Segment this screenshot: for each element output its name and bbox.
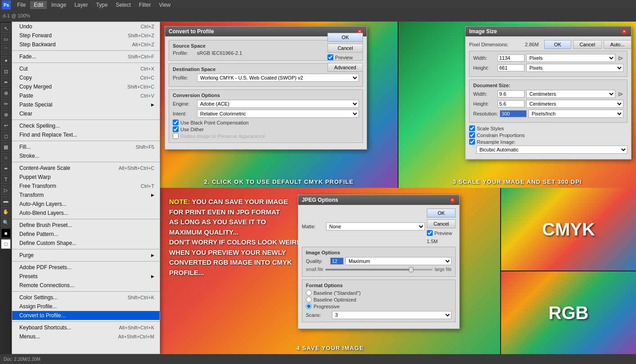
tool-healing[interactable]: ⊕ <box>1 88 11 98</box>
menu-transform[interactable]: Transform ▶ <box>12 191 160 200</box>
preview-check[interactable] <box>327 54 333 60</box>
tool-shape[interactable]: ▬ <box>1 196 11 206</box>
menu-step-backward[interactable]: Step Backward Alt+Ctrl+Z <box>12 40 160 49</box>
menu-layer[interactable]: Layer <box>71 1 91 9</box>
tool-dodge[interactable]: ○ <box>1 153 11 163</box>
menu-define-custom-shape[interactable]: Define Custom Shape... <box>12 239 160 248</box>
jpeg-ok-button[interactable]: OK <box>427 209 456 218</box>
menu-auto-align[interactable]: Auto-Align Layers... <box>12 200 160 209</box>
intent-select[interactable]: Relative Colorimetric <box>197 110 359 118</box>
menu-undo[interactable]: Undo Ctrl+Z <box>12 22 160 31</box>
convert-cancel-button[interactable]: Cancel <box>327 44 363 53</box>
menu-define-pattern[interactable]: Define Pattern... <box>12 230 160 239</box>
black-point-check[interactable] <box>173 120 179 125</box>
tool-eyedropper[interactable]: ✒ <box>1 77 11 87</box>
baseline-standard-radio[interactable] <box>306 290 312 296</box>
tool-type[interactable]: T <box>1 174 11 184</box>
engine-select[interactable]: Adobe (ACE) <box>197 100 359 108</box>
tool-marquee[interactable]: ▭ <box>1 34 11 44</box>
menu-copy[interactable]: Copy Ctrl+C <box>12 73 160 82</box>
quality-name-select[interactable]: Maximum <box>345 257 452 265</box>
width-input[interactable] <box>497 54 524 62</box>
resolution-unit[interactable]: Pixels/Inch <box>529 110 623 118</box>
resolution-input[interactable] <box>500 110 527 117</box>
menu-purge[interactable]: Purge ▶ <box>12 251 160 260</box>
doc-height-input[interactable] <box>497 100 524 107</box>
tool-lasso[interactable]: ⌒ <box>1 45 11 55</box>
scale-styles-check[interactable] <box>469 125 475 131</box>
menu-step-forward[interactable]: Step Forward Shift+Ctrl+Z <box>12 31 160 40</box>
resample-type-select[interactable]: Bicubic Automatic <box>476 146 627 154</box>
doc-width-unit[interactable]: Centimeters <box>526 90 615 98</box>
jpeg-close[interactable]: ✕ <box>449 197 456 203</box>
advanced-button[interactable]: Advanced <box>327 63 363 72</box>
menu-convert-to-profile[interactable]: Convert to Profile... <box>12 311 160 320</box>
matte-select[interactable]: None <box>326 222 425 231</box>
tool-gradient[interactable]: ▦ <box>1 142 11 152</box>
dest-profile-select[interactable]: Working CMYK - U.S. Web Coated (SWOP) v2 <box>197 74 359 82</box>
menu-type[interactable]: Type <box>92 1 111 9</box>
scans-select[interactable]: 3 <box>332 311 452 319</box>
width-unit-select[interactable]: Pixels <box>526 54 615 62</box>
menu-image[interactable]: Image <box>48 1 70 9</box>
dither-check[interactable] <box>173 126 179 132</box>
menu-content-aware-scale[interactable]: Content-Aware Scale Alt+Shift+Ctrl+C <box>12 164 160 173</box>
imgsize-close[interactable]: ✕ <box>621 28 627 35</box>
menu-copy-merged[interactable]: Copy Merged Shift+Ctrl+C <box>12 82 160 91</box>
tool-pen[interactable]: ✒ <box>1 164 11 173</box>
menu-keyboard-shortcuts[interactable]: Keyboard Shortcuts... Alt+Shift+Ctrl+K <box>12 323 160 332</box>
menu-presets[interactable]: Presets ▶ <box>12 272 160 281</box>
menu-paste-special[interactable]: Paste Special ▶ <box>12 100 160 109</box>
tool-brush[interactable]: ✏ <box>1 99 11 109</box>
menu-free-transform[interactable]: Free Transform Ctrl+T <box>12 182 160 191</box>
quality-input[interactable] <box>330 257 344 265</box>
jpeg-preview-check[interactable] <box>427 230 433 236</box>
menu-filter[interactable]: Filter <box>135 1 155 9</box>
resample-check[interactable] <box>469 139 475 145</box>
imgsize-auto-button[interactable]: Auto... <box>604 40 632 49</box>
menu-color-settings[interactable]: Color Settings... Shift+Ctrl+K <box>12 293 160 302</box>
height-unit-select[interactable]: Pixels <box>526 64 623 72</box>
menu-edit[interactable]: Edit <box>30 1 47 9</box>
imgsize-ok-button[interactable]: OK <box>544 40 571 49</box>
flatten-check[interactable] <box>173 133 179 139</box>
tool-crop[interactable]: ⊡ <box>1 67 11 76</box>
tool-history-brush[interactable]: ↩ <box>1 120 11 130</box>
menu-define-brush[interactable]: Define Brush Preset... <box>12 221 160 230</box>
tool-fg-color[interactable]: ■ <box>1 228 11 238</box>
menu-view[interactable]: View <box>155 1 174 9</box>
menu-find-replace[interactable]: Find and Replace Text... <box>12 130 160 139</box>
doc-height-unit[interactable]: Centimeters <box>526 100 623 108</box>
progressive-radio[interactable] <box>306 303 312 309</box>
jpeg-cancel-button[interactable]: Cancel <box>427 219 456 228</box>
constrain-prop-check[interactable] <box>469 132 475 138</box>
menu-file[interactable]: File <box>13 1 29 9</box>
menu-cut[interactable]: Cut Ctrl+X <box>12 64 160 73</box>
tool-path-select[interactable]: ▷ <box>1 185 11 195</box>
menu-remote-connections[interactable]: Remote Connections... <box>12 281 160 290</box>
menu-assign-profile[interactable]: Assign Profile... <box>12 302 160 311</box>
menu-check-spelling[interactable]: Check Spelling... <box>12 121 160 130</box>
tool-magic-wand[interactable]: ✦ <box>1 56 11 66</box>
quality-slider[interactable] <box>325 269 433 271</box>
menu-pdf-presets[interactable]: Adobe PDF Presets... <box>12 263 160 272</box>
tool-bg-color[interactable]: □ <box>1 239 11 249</box>
menu-fade[interactable]: Fade... Shift+Ctrl+F <box>12 52 160 61</box>
tool-move[interactable]: ↖ <box>1 23 11 33</box>
menu-stroke[interactable]: Stroke... <box>12 151 160 160</box>
menu-fill[interactable]: Fill... Shift+F5 <box>12 142 160 151</box>
imgsize-cancel-button[interactable]: Cancel <box>573 40 602 49</box>
tool-stamp[interactable]: ⊗ <box>1 110 11 120</box>
menu-auto-blend[interactable]: Auto-Blend Layers... <box>12 209 160 218</box>
tool-zoom[interactable]: 🔍 <box>1 218 11 227</box>
menu-puppet-warp[interactable]: Puppet Warp <box>12 173 160 182</box>
doc-width-input[interactable] <box>497 90 524 98</box>
menu-clear[interactable]: Clear <box>12 109 160 118</box>
menu-select[interactable]: Select <box>112 1 134 9</box>
height-input[interactable] <box>497 64 524 71</box>
baseline-optimized-radio[interactable] <box>306 297 312 302</box>
convert-ok-button[interactable]: OK <box>327 33 363 42</box>
tool-eraser[interactable]: ◻ <box>1 131 11 141</box>
tool-hand[interactable]: ✋ <box>1 207 11 217</box>
menu-menus[interactable]: Menus... Alt+Shift+Ctrl+M <box>12 332 160 341</box>
